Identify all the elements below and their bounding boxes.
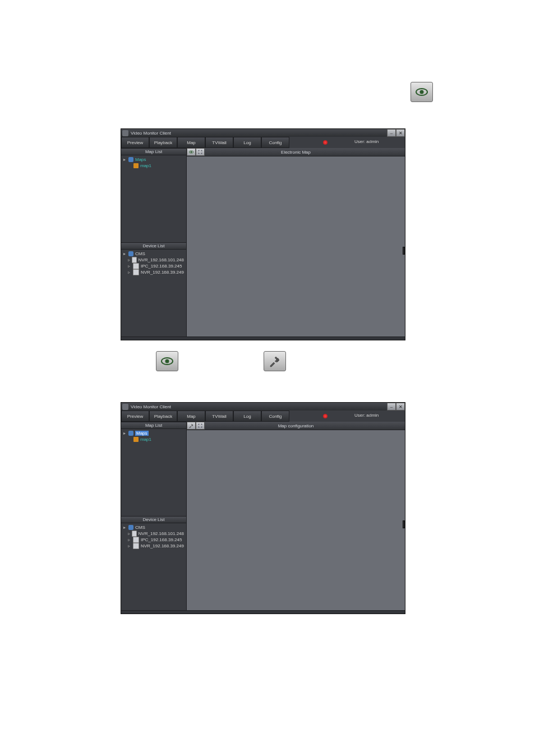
map-list-header: Map List bbox=[121, 422, 186, 429]
map-toolbar: Map configuration bbox=[187, 422, 405, 430]
device-list-header: Device List bbox=[121, 242, 186, 250]
globe-icon bbox=[128, 431, 133, 436]
main-title: Electronic Map bbox=[281, 150, 311, 155]
fullscreen-button[interactable] bbox=[196, 422, 205, 430]
app-icon bbox=[122, 130, 128, 136]
map-item-label: map1 bbox=[140, 163, 151, 168]
map-list-panel: ▸ Maps map1 bbox=[121, 429, 186, 516]
app-window: Video Monitor Client – ✕ Preview Playbac… bbox=[121, 128, 405, 340]
map-icon bbox=[133, 163, 139, 168]
app-title: Video Monitor Client bbox=[131, 131, 171, 136]
title-bar: Video Monitor Client – ✕ bbox=[121, 129, 405, 137]
user-label: User: admin bbox=[354, 139, 379, 144]
svg-point-5 bbox=[165, 359, 169, 363]
map-tree-item[interactable]: map1 bbox=[123, 436, 184, 442]
title-bar: Video Monitor Client – ✕ bbox=[121, 403, 405, 411]
device-label: NVR_192.168.101.248 bbox=[139, 531, 184, 536]
device-tree-root[interactable]: ▸ CMS bbox=[123, 524, 184, 531]
tab-config[interactable]: Config bbox=[261, 137, 289, 148]
app-title: Video Monitor Client bbox=[131, 404, 171, 409]
tab-log[interactable]: Log bbox=[233, 137, 261, 148]
map-tree-root[interactable]: ▸ Maps bbox=[123, 430, 184, 436]
device-label: NVR_192.168.39.249 bbox=[141, 270, 184, 275]
svg-point-1 bbox=[420, 90, 424, 94]
maps-root-label: Maps bbox=[135, 157, 146, 162]
device-label: IPC_192.168.39.245 bbox=[141, 537, 182, 542]
minimize-button[interactable]: – bbox=[387, 129, 396, 137]
device-list-panel: ▸ CMS ▹ NVR_192.168.101.248 ▹ IPC_192.16… bbox=[121, 523, 186, 610]
map-canvas[interactable] bbox=[187, 430, 405, 610]
window-controls: – ✕ bbox=[387, 403, 405, 411]
device-icon bbox=[132, 257, 136, 263]
window-controls: – ✕ bbox=[387, 129, 405, 137]
tab-tvwall[interactable]: TVWall bbox=[205, 411, 233, 422]
main-area: Map configuration bbox=[187, 422, 405, 610]
alarm-indicator-icon[interactable] bbox=[323, 414, 328, 418]
device-icon bbox=[133, 543, 139, 549]
device-tree-item[interactable]: ▹ IPC_192.168.39.245 bbox=[123, 263, 184, 269]
app-icon bbox=[122, 404, 128, 410]
tab-playback[interactable]: Playback bbox=[149, 137, 177, 148]
side-handle[interactable] bbox=[403, 247, 405, 255]
tab-playback[interactable]: Playback bbox=[149, 411, 177, 422]
tab-log[interactable]: Log bbox=[233, 411, 261, 422]
eye-icon bbox=[411, 82, 433, 102]
globe-icon bbox=[128, 251, 133, 256]
device-label: NVR_192.168.39.249 bbox=[141, 543, 184, 548]
device-label: NVR_192.168.101.248 bbox=[139, 257, 184, 262]
svg-point-3 bbox=[191, 151, 192, 153]
device-icon bbox=[133, 263, 139, 269]
tab-preview[interactable]: Preview bbox=[121, 411, 149, 422]
status-bar bbox=[121, 610, 405, 614]
status-bar bbox=[121, 336, 405, 340]
map-toolbar: Electronic Map bbox=[187, 148, 405, 156]
tab-tvwall[interactable]: TVWall bbox=[205, 137, 233, 148]
device-icon bbox=[133, 269, 139, 275]
device-tree-item[interactable]: ▹ NVR_192.168.101.248 bbox=[123, 257, 184, 263]
main-tabs: Preview Playback Map TVWall Log Config U… bbox=[121, 137, 405, 148]
tab-preview[interactable]: Preview bbox=[121, 137, 149, 148]
device-tree-item[interactable]: ▹ IPC_192.168.39.245 bbox=[123, 537, 184, 543]
device-tree-item[interactable]: ▹ NVR_192.168.101.248 bbox=[123, 531, 184, 537]
globe-icon bbox=[128, 157, 133, 162]
tools-button[interactable] bbox=[187, 422, 196, 430]
sidebar: Map List ▸ Maps map1 Device List ▸ bbox=[121, 148, 187, 336]
main-title: Map configuration bbox=[278, 423, 314, 428]
device-icon bbox=[132, 531, 136, 537]
side-handle[interactable] bbox=[403, 520, 405, 528]
device-tree-root[interactable]: ▸ CMS bbox=[123, 251, 184, 257]
maps-root-label: Maps bbox=[135, 431, 149, 436]
map-tree-item[interactable]: map1 bbox=[123, 163, 184, 169]
alarm-indicator-icon[interactable] bbox=[323, 140, 328, 145]
map-icon bbox=[133, 437, 139, 442]
tab-map[interactable]: Map bbox=[177, 137, 205, 148]
eye-icon bbox=[156, 351, 178, 371]
app-window: Video Monitor Client – ✕ Preview Playbac… bbox=[121, 402, 405, 614]
map-list-header: Map List bbox=[121, 148, 186, 155]
cms-label: CMS bbox=[135, 251, 145, 256]
map-canvas[interactable] bbox=[187, 156, 405, 336]
map-item-label: map1 bbox=[140, 437, 151, 442]
cms-label: CMS bbox=[135, 525, 145, 530]
close-button[interactable]: ✕ bbox=[396, 403, 405, 411]
fullscreen-button[interactable] bbox=[196, 148, 205, 156]
user-label: User: admin bbox=[354, 413, 379, 418]
sidebar: Map List ▸ Maps map1 Device List ▸ bbox=[121, 422, 187, 610]
tools-icon bbox=[264, 351, 286, 371]
map-list-panel: ▸ Maps map1 bbox=[121, 155, 186, 242]
tab-config[interactable]: Config bbox=[261, 411, 289, 422]
device-list-header: Device List bbox=[121, 516, 186, 523]
device-tree-item[interactable]: ▹ NVR_192.168.39.249 bbox=[123, 543, 184, 549]
eye-button[interactable] bbox=[187, 148, 196, 156]
main-area: Electronic Map bbox=[187, 148, 405, 336]
device-icon bbox=[133, 537, 139, 543]
close-button[interactable]: ✕ bbox=[396, 129, 405, 137]
minimize-button[interactable]: – bbox=[387, 403, 396, 411]
device-list-panel: ▸ CMS ▹ NVR_192.168.101.248 ▹ IPC_192.16… bbox=[121, 250, 186, 336]
globe-icon bbox=[128, 525, 133, 530]
main-tabs: Preview Playback Map TVWall Log Config U… bbox=[121, 411, 405, 422]
tab-map[interactable]: Map bbox=[177, 411, 205, 422]
map-tree-root[interactable]: ▸ Maps bbox=[123, 156, 184, 163]
device-tree-item[interactable]: ▹ NVR_192.168.39.249 bbox=[123, 269, 184, 275]
device-label: IPC_192.168.39.245 bbox=[141, 264, 182, 269]
